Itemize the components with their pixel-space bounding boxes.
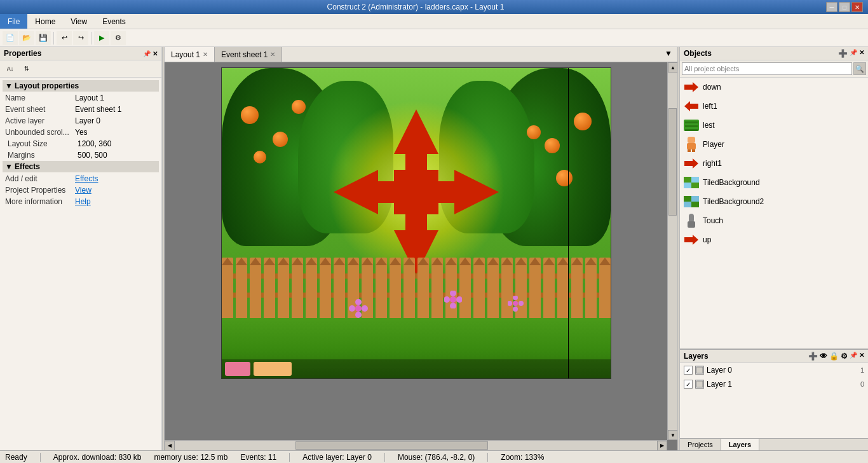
- project-properties-link[interactable]: View: [75, 186, 92, 195]
- layers-close-icon[interactable]: ✕: [859, 352, 864, 361]
- fruit-8: [527, 125, 541, 139]
- svg-point-74: [513, 296, 518, 300]
- properties-title: Properties: [4, 49, 41, 58]
- undo-button[interactable]: ↩: [57, 31, 72, 45]
- menu-view[interactable]: View: [63, 14, 95, 29]
- object-name-tiled-bg2: TiledBackground2: [703, 197, 764, 206]
- svg-rect-61: [599, 258, 611, 321]
- v-scrollbar[interactable]: ▲ ▼: [667, 62, 677, 440]
- svg-rect-29: [376, 258, 387, 321]
- layer-0-visible-checkbox[interactable]: ✓: [684, 366, 693, 375]
- layer-1-visible-checkbox[interactable]: ✓: [684, 380, 693, 389]
- h-scrollbar[interactable]: ◀ ▶: [165, 440, 667, 450]
- layers-lock-icon[interactable]: 🔒: [829, 352, 839, 361]
- object-item-tiled-bg2[interactable]: TiledBackground2: [680, 192, 868, 211]
- svg-rect-35: [417, 258, 429, 321]
- svg-rect-41: [459, 258, 471, 321]
- toolbar-separator-1: [53, 32, 54, 45]
- effects-link[interactable]: Effects: [75, 174, 98, 183]
- layers-eye-icon[interactable]: 👁: [820, 352, 827, 361]
- redo-button[interactable]: ↪: [73, 31, 88, 45]
- prop-layout-size-label: Layout Size: [8, 139, 78, 148]
- open-button[interactable]: 📂: [19, 31, 34, 45]
- object-icon-player: [684, 137, 699, 152]
- tab-layout1-close[interactable]: ✕: [203, 51, 208, 58]
- menu-file[interactable]: File: [0, 14, 27, 29]
- main-area: Properties 📌 ✕ A↓ ⇅ ▼ Layout properties …: [0, 47, 868, 450]
- tab-eventsheet1[interactable]: Event sheet 1 ✕: [215, 47, 282, 62]
- new-button[interactable]: 📄: [3, 31, 18, 45]
- object-item-right1[interactable]: right1: [680, 154, 868, 173]
- svg-point-72: [444, 296, 450, 303]
- svg-rect-21: [320, 258, 331, 321]
- tab-layers[interactable]: Layers: [721, 439, 759, 450]
- layers-list: ✓ Layer 0 1 ✓ Layer 1 0: [680, 363, 868, 438]
- object-name-player: Player: [703, 140, 724, 149]
- v-scroll-thumb[interactable]: [668, 108, 677, 216]
- layers-settings-icon[interactable]: ⚙: [841, 352, 848, 361]
- object-item-touch[interactable]: Touch: [680, 211, 868, 230]
- svg-rect-59: [585, 258, 597, 321]
- prop-event-sheet-value: Event sheet 1: [75, 105, 156, 114]
- more-info-link[interactable]: Help: [75, 197, 91, 206]
- object-item-up[interactable]: up: [680, 230, 868, 249]
- sort-button[interactable]: ⇅: [19, 62, 34, 76]
- layout-properties-section[interactable]: ▼ Layout properties: [3, 80, 159, 92]
- object-item-player[interactable]: Player: [680, 135, 868, 154]
- scroll-right-btn[interactable]: ▶: [657, 441, 667, 451]
- properties-close-icon[interactable]: ✕: [153, 50, 158, 57]
- save-button[interactable]: 💾: [36, 31, 51, 45]
- settings-button[interactable]: ⚙: [111, 31, 126, 45]
- properties-pin-icon[interactable]: 📌: [143, 50, 151, 57]
- menu-home[interactable]: Home: [27, 14, 63, 29]
- h-scroll-thumb[interactable]: [295, 441, 489, 450]
- objects-search-input[interactable]: [682, 62, 852, 75]
- tab-overflow[interactable]: ▼: [660, 47, 677, 62]
- tab-projects[interactable]: Projects: [680, 439, 721, 450]
- scroll-up-btn[interactable]: ▲: [668, 62, 677, 73]
- layer-row-0[interactable]: ✓ Layer 0 1: [680, 363, 868, 377]
- layer-row-1[interactable]: ✓ Layer 1 0: [680, 377, 868, 391]
- objects-pin-icon[interactable]: 📌: [850, 49, 857, 58]
- prop-name-label: Name: [5, 93, 75, 102]
- menu-events[interactable]: Events: [95, 14, 133, 29]
- object-name-up: up: [703, 235, 711, 244]
- tab-eventsheet1-close[interactable]: ✕: [270, 51, 275, 58]
- status-active-layer: Active layer: Layer 0: [302, 453, 372, 462]
- svg-rect-31: [390, 258, 401, 321]
- svg-point-71: [450, 303, 456, 308]
- objects-add-icon[interactable]: ➕: [838, 49, 848, 58]
- fruit-6: [254, 151, 266, 163]
- objects-search-btn[interactable]: 🔍: [853, 62, 866, 75]
- status-mouse: Mouse: (786.4, -8.2, 0): [398, 453, 475, 462]
- svg-rect-19: [306, 258, 317, 321]
- object-item-tiled-bg[interactable]: TiledBackground: [680, 173, 868, 192]
- play-button[interactable]: ▶: [94, 31, 109, 45]
- object-name-down: down: [703, 83, 721, 92]
- objects-close-icon[interactable]: ✕: [859, 49, 864, 58]
- minimize-button[interactable]: ─: [826, 2, 837, 12]
- object-icon-lest: [684, 118, 699, 133]
- canvas-container[interactable]: ▲ ▼: [165, 62, 677, 450]
- object-item-lest[interactable]: lest: [680, 116, 868, 135]
- scroll-left-btn[interactable]: ◀: [165, 441, 175, 451]
- prop-unbounded-scroll: Unbounded scrol... Yes: [3, 127, 159, 138]
- properties-header: Properties 📌 ✕: [0, 47, 161, 60]
- svg-rect-98: [688, 221, 695, 228]
- maximize-button[interactable]: □: [839, 2, 850, 12]
- object-item-down[interactable]: down: [680, 78, 868, 97]
- scroll-down-btn[interactable]: ▼: [668, 430, 677, 440]
- svg-rect-101: [696, 381, 703, 387]
- status-download: Approx. download: 830 kb: [53, 453, 142, 462]
- layers-pin-icon[interactable]: 📌: [850, 352, 857, 361]
- layers-add-icon[interactable]: ➕: [808, 352, 818, 361]
- close-button[interactable]: ✕: [851, 2, 863, 12]
- status-ready: Ready: [5, 453, 27, 462]
- effects-section[interactable]: ▼ Effects: [3, 161, 159, 172]
- sort-az-button[interactable]: A↓: [3, 62, 18, 76]
- status-memory: memory use: 12.5 mb: [154, 453, 227, 462]
- tab-layout1-label: Layout 1: [171, 50, 200, 59]
- tab-layout1[interactable]: Layout 1 ✕: [165, 47, 215, 62]
- svg-rect-43: [473, 258, 485, 321]
- object-item-left1[interactable]: left1: [680, 97, 868, 116]
